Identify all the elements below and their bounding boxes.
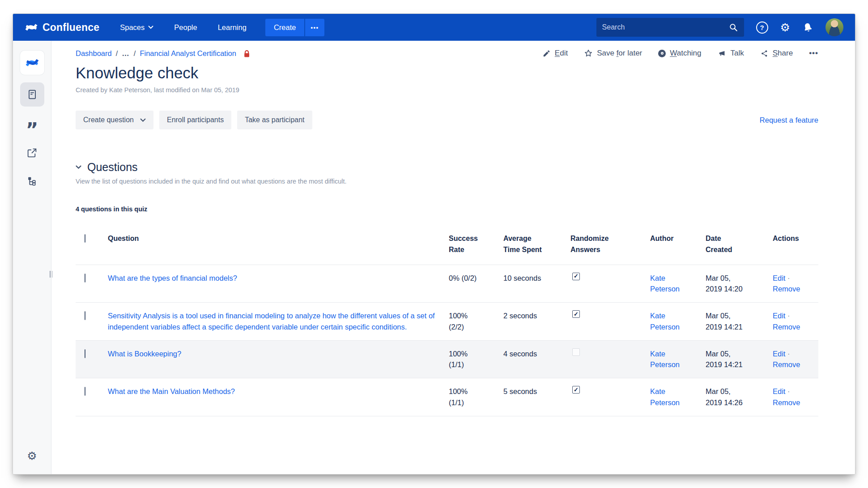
share-action[interactable]: Share bbox=[760, 49, 793, 58]
question-link[interactable]: What is Bookkeeping? bbox=[108, 350, 181, 358]
row-checkbox[interactable] bbox=[85, 349, 85, 358]
settings-gear-icon[interactable]: ⚙ bbox=[780, 22, 790, 33]
watching-icon bbox=[658, 50, 666, 57]
col-header-author: Author bbox=[646, 231, 701, 265]
average-time-value: 2 seconds bbox=[499, 303, 566, 341]
randomize-checkbox[interactable]: ✓ bbox=[572, 273, 580, 280]
sidebar-item-shared-links[interactable] bbox=[20, 142, 44, 163]
col-header-average-time: Average Time Spent bbox=[499, 231, 566, 265]
edit-action[interactable]: Edit bbox=[542, 49, 568, 58]
page-tree-icon bbox=[26, 176, 38, 187]
search-box[interactable] bbox=[596, 18, 744, 37]
breadcrumb-space[interactable]: Financial Analyst Certification bbox=[140, 49, 236, 58]
edit-link[interactable]: Edit bbox=[773, 274, 785, 282]
external-link-icon bbox=[26, 147, 38, 158]
chevron-down-icon bbox=[148, 26, 153, 29]
take-as-participant-button[interactable]: Take as participant bbox=[237, 111, 312, 129]
pencil-icon bbox=[542, 49, 551, 58]
chevron-down-icon bbox=[140, 118, 146, 122]
help-icon[interactable]: ? bbox=[756, 21, 768, 34]
request-feature-link[interactable]: Request a feature bbox=[760, 116, 818, 124]
page-icon bbox=[26, 89, 38, 100]
page-actions: Edit Save for later Watching bbox=[542, 49, 818, 58]
remove-link[interactable]: Remove bbox=[773, 398, 800, 407]
talk-action[interactable]: Talk bbox=[718, 49, 744, 58]
col-header-date-created: Date Created bbox=[701, 231, 768, 265]
row-actions: Edit · Remove bbox=[768, 303, 818, 341]
row-checkbox[interactable] bbox=[85, 387, 85, 396]
watching-action[interactable]: Watching bbox=[658, 49, 701, 58]
author-link[interactable]: Kate Peterson bbox=[650, 274, 680, 293]
search-input[interactable] bbox=[602, 23, 729, 31]
randomize-checkbox[interactable]: ✓ bbox=[572, 310, 580, 318]
average-time-value: 10 seconds bbox=[499, 265, 566, 303]
author-link[interactable]: Kate Peterson bbox=[650, 350, 680, 369]
table-row: What are the types of financial models? … bbox=[76, 265, 818, 303]
search-icon[interactable] bbox=[729, 23, 738, 32]
sidebar-resize-handle[interactable] bbox=[50, 271, 52, 278]
star-icon bbox=[584, 49, 593, 58]
author-link[interactable]: Kate Peterson bbox=[650, 312, 680, 331]
create-group: Create ••• bbox=[265, 19, 324, 36]
select-all-checkbox[interactable] bbox=[85, 234, 85, 243]
restricted-lock-icon[interactable] bbox=[243, 49, 251, 58]
megaphone-icon bbox=[718, 49, 727, 58]
col-header-actions: Actions bbox=[768, 231, 818, 265]
create-question-button[interactable]: Create question bbox=[76, 111, 153, 129]
date-created-value: Mar 05, 2019 14:26 bbox=[701, 378, 768, 416]
create-more-button[interactable]: ••• bbox=[305, 19, 324, 36]
nav-item-learning[interactable]: Learning bbox=[218, 23, 247, 32]
success-rate-value: 100% (2/2) bbox=[444, 303, 499, 341]
page-title: Knowledge check bbox=[76, 64, 818, 82]
sidebar-item-page-tree[interactable] bbox=[20, 171, 44, 191]
author-link[interactable]: Kate Peterson bbox=[650, 387, 680, 407]
top-nav: Confluence Spaces People Learning Create… bbox=[13, 14, 855, 41]
question-link[interactable]: What are the types of financial models? bbox=[108, 274, 237, 282]
remove-link[interactable]: Remove bbox=[773, 323, 800, 331]
space-logo[interactable] bbox=[20, 51, 44, 75]
edit-link[interactable]: Edit bbox=[773, 312, 785, 320]
quiz-toolbar: Create question Enroll participants Take… bbox=[76, 111, 818, 129]
space-sidebar: ” bbox=[13, 41, 51, 474]
sidebar-item-pages[interactable] bbox=[20, 82, 44, 107]
save-for-later-action[interactable]: Save for later bbox=[584, 49, 642, 58]
edit-link[interactable]: Edit bbox=[773, 350, 785, 358]
user-avatar[interactable] bbox=[825, 18, 843, 36]
date-created-value: Mar 05, 2019 14:20 bbox=[701, 265, 768, 303]
table-header-row: Question Success Rate Average Time Spent… bbox=[76, 231, 818, 265]
nav-item-spaces[interactable]: Spaces bbox=[120, 23, 153, 32]
row-checkbox[interactable] bbox=[85, 274, 85, 283]
average-time-value: 4 seconds bbox=[499, 340, 566, 378]
enroll-participants-button[interactable]: Enroll participants bbox=[159, 111, 231, 129]
row-checkbox[interactable] bbox=[85, 311, 85, 320]
notification-bell-icon[interactable] bbox=[801, 21, 815, 34]
randomize-checkbox[interactable] bbox=[572, 348, 580, 356]
success-rate-value: 0% (0/2) bbox=[444, 265, 499, 303]
nav-item-people[interactable]: People bbox=[174, 23, 197, 32]
question-link[interactable]: What are the Main Valuation Methods? bbox=[108, 387, 235, 395]
share-icon bbox=[760, 49, 769, 58]
col-header-success-rate: Success Rate bbox=[444, 231, 499, 265]
confluence-brand[interactable]: Confluence bbox=[25, 21, 99, 34]
page-byline: Created by Kate Peterson, last modified … bbox=[76, 86, 818, 94]
remove-link[interactable]: Remove bbox=[773, 360, 800, 368]
randomize-checkbox[interactable]: ✓ bbox=[572, 386, 580, 394]
edit-link[interactable]: Edit bbox=[773, 387, 785, 395]
question-count: 4 questions in this quiz bbox=[76, 205, 818, 213]
section-title: Questions bbox=[87, 161, 138, 174]
remove-link[interactable]: Remove bbox=[773, 285, 800, 293]
more-actions-button[interactable]: ••• bbox=[809, 49, 818, 58]
section-collapse-chevron-icon[interactable] bbox=[76, 165, 81, 169]
col-header-randomize: Randomize Answers bbox=[566, 231, 646, 265]
row-actions: Edit · Remove bbox=[768, 378, 818, 416]
breadcrumb-dashboard[interactable]: Dashboard bbox=[76, 49, 112, 58]
breadcrumb-ellipsis[interactable]: … bbox=[122, 49, 130, 58]
space-settings-gear-icon[interactable]: ⚙ bbox=[13, 449, 51, 462]
app-window: Confluence Spaces People Learning Create… bbox=[13, 13, 855, 475]
sidebar-item-quotes[interactable]: ” bbox=[20, 114, 44, 135]
date-created-value: Mar 05, 2019 14:21 bbox=[701, 303, 768, 341]
create-button[interactable]: Create bbox=[265, 19, 305, 36]
question-link[interactable]: Sensitivity Analysis is a tool used in f… bbox=[108, 312, 435, 331]
row-actions: Edit · Remove bbox=[768, 265, 818, 303]
success-rate-value: 100% (1/1) bbox=[444, 378, 499, 416]
